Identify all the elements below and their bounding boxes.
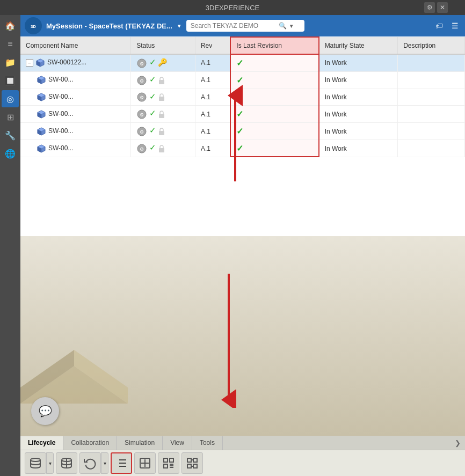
tab-simulation[interactable]: Simulation <box>117 436 163 450</box>
table-cell-status: ⚙ ✓ <box>131 140 195 157</box>
list-tool-button[interactable] <box>111 452 132 474</box>
check-icon: ✓ <box>236 144 243 153</box>
table-cell-maturity-state: In Work <box>319 71 398 89</box>
tab-lifecycle[interactable]: Lifecycle <box>20 436 63 450</box>
lock-icon <box>158 144 165 152</box>
search-dropdown[interactable]: ▼ <box>289 23 294 29</box>
main-workspace: Component Name Status Rev Is Last Revisi… <box>20 36 465 476</box>
table-cell-rev: A.1 <box>195 123 230 140</box>
svg-rect-30 <box>159 131 164 135</box>
svg-text:⚙: ⚙ <box>140 61 144 67</box>
table-cell-description <box>398 123 465 140</box>
check-icon: ✓ <box>236 127 243 136</box>
key-icon: 🔑 <box>158 58 167 67</box>
col-header-status: Status <box>131 37 195 54</box>
col-header-rev: Rev <box>195 37 230 54</box>
svg-rect-62 <box>187 458 191 462</box>
title-bar-controls: ⚙ ✕ <box>424 2 448 13</box>
col-header-description: Description <box>398 37 465 54</box>
svg-point-44 <box>31 458 40 462</box>
expand-button[interactable]: − <box>26 59 33 67</box>
sidebar-item-squares[interactable]: ⊞ <box>2 108 19 126</box>
app-title: 3DEXPERIENCE <box>206 4 259 12</box>
add-tool-button[interactable] <box>134 452 156 474</box>
table-cell-maturity-state: In Work <box>319 54 398 71</box>
refresh-tool-button[interactable] <box>79 452 101 474</box>
table-cell-status: ⚙ ✓ 🔑 <box>131 54 195 71</box>
table-cell-maturity-state: In Work <box>319 140 398 157</box>
svg-text:⚙: ⚙ <box>140 78 144 84</box>
table-cell-comp-name: SW-00... <box>20 106 131 123</box>
table-cell-status: ⚙ ✓ <box>131 123 195 140</box>
svg-rect-58 <box>164 464 168 468</box>
refresh-tool-dropdown[interactable]: ▾ <box>101 452 108 474</box>
svg-text:⚙: ⚙ <box>140 112 144 118</box>
lock-icon <box>158 127 165 135</box>
svg-rect-63 <box>193 458 197 462</box>
search-icon[interactable]: 🔍 <box>279 22 287 30</box>
table-cell-rev: A.1 <box>195 71 230 89</box>
lock-icon <box>158 110 165 118</box>
table-cell-comp-name: SW-00... <box>20 123 131 140</box>
sidebar-item-folder[interactable]: 📁 <box>2 54 19 71</box>
table-cell-comp-name: − SW-000122... <box>20 54 131 71</box>
sidebar-item-menu[interactable]: ≡ <box>2 35 19 53</box>
tab-tools[interactable]: Tools <box>192 436 223 450</box>
title-bar: 3DEXPERIENCE ⚙ ✕ <box>0 0 465 15</box>
table-cell-rev: A.1 <box>195 140 230 157</box>
table-cell-status: ⚙ ✓ <box>131 89 195 106</box>
status-check: ✓ <box>149 143 156 152</box>
col-header-component-name: Component Name <box>20 37 131 54</box>
svg-rect-24 <box>159 114 164 118</box>
sidebar-item-globe[interactable]: 🌐 <box>2 145 19 162</box>
hamburger-icon[interactable]: ☰ <box>449 20 461 31</box>
sidebar-item-tools[interactable]: 🔧 <box>2 127 19 144</box>
session-dropdown[interactable]: ▼ <box>177 23 182 29</box>
table-cell-comp-name: SW-00... <box>20 89 131 106</box>
col-header-is-last-revision: Is Last Revision <box>230 37 318 54</box>
tab-collaboration[interactable]: Collaboration <box>63 436 117 450</box>
col-header-maturity-state: Maturity State <box>319 37 398 54</box>
bottom-toolbar: Lifecycle Collaboration Simulation View … <box>20 436 465 476</box>
table-cell-is-last-revision: ✓ <box>230 140 318 157</box>
svg-rect-57 <box>170 458 173 462</box>
table-cell-is-last-revision: ✓ <box>230 123 318 140</box>
tool-group-1: ▾ <box>25 452 54 474</box>
grid2-tool-button[interactable] <box>181 452 203 474</box>
table-cell-is-last-revision: ✓ <box>230 89 318 106</box>
db-tool-button[interactable] <box>25 452 46 474</box>
grid-tool-button[interactable] <box>158 452 179 474</box>
sidebar-item-grid[interactable]: 🔲 <box>2 72 19 89</box>
tag-icon[interactable]: 🏷 <box>433 20 445 31</box>
settings-icon[interactable]: ⚙ <box>424 2 435 13</box>
tab-close-icon[interactable]: ❯ <box>451 436 465 450</box>
close-icon[interactable]: ✕ <box>437 2 448 13</box>
status-check: ✓ <box>149 126 156 135</box>
chat-bubble[interactable]: 💬 <box>31 397 59 425</box>
search-bar: 🔍 ▼ <box>186 20 304 32</box>
sidebar-item-circle[interactable]: ◎ <box>2 90 19 107</box>
table-cell-maturity-state: In Work <box>319 123 398 140</box>
table-cell-description <box>398 89 465 106</box>
table-cell-status: ⚙ ✓ <box>131 106 195 123</box>
status-check: ✓ <box>149 108 156 118</box>
header-bar: 3D MySession - SpaceTest (TEKYAZ DE... ▼… <box>20 15 465 36</box>
status-check: ✓ <box>149 75 156 84</box>
search-input[interactable] <box>191 22 277 30</box>
svg-text:⚙: ⚙ <box>140 95 144 100</box>
tab-view[interactable]: View <box>163 436 192 450</box>
table-cell-maturity-state: In Work <box>319 106 398 123</box>
table-cell-rev: A.1 <box>195 54 230 71</box>
table-cell-maturity-state: In Work <box>319 89 398 106</box>
table-cell-description <box>398 106 465 123</box>
db-tool-dropdown[interactable]: ▾ <box>46 452 54 474</box>
lock-icon <box>158 76 165 84</box>
svg-text:⚙: ⚙ <box>140 147 144 152</box>
sidebar-item-home[interactable]: 🏠 <box>2 17 19 34</box>
status-check: ✓ <box>149 92 156 101</box>
lock-icon <box>158 93 165 101</box>
header-right: 🏷 ☰ <box>433 20 461 31</box>
db2-tool-button[interactable] <box>56 452 77 474</box>
table-cell-comp-name: SW-00... <box>20 140 131 157</box>
chat-icon: 💬 <box>39 405 52 418</box>
